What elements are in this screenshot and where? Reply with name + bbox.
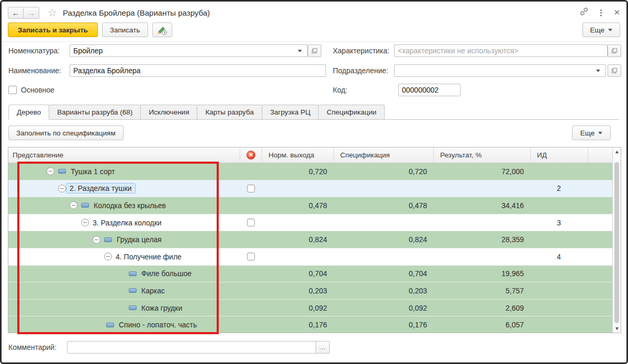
item-icon xyxy=(81,203,89,208)
comment-ellipsis-button[interactable]: ... xyxy=(316,341,330,354)
save-and-close-button[interactable]: Записать и закрыть xyxy=(8,22,98,37)
specification-cell: 0,824 xyxy=(333,231,433,248)
exclude-cell xyxy=(240,266,262,282)
post-pencil-clock-button[interactable] xyxy=(152,22,172,37)
more-button-top[interactable]: Еще xyxy=(582,22,620,37)
favorite-star-icon[interactable]: ☆ xyxy=(48,7,57,18)
scrollbar-thumb[interactable] xyxy=(614,162,619,323)
specification-cell: 0,203 xyxy=(333,282,433,299)
filler-cell xyxy=(588,163,612,180)
result-cell: 19,965 xyxy=(433,266,530,282)
command-bar: Записать и закрыть Записать Еще xyxy=(8,22,620,37)
close-icon[interactable]: ✕ xyxy=(613,8,620,17)
norm-cell xyxy=(262,180,333,197)
exclude-cell[interactable] xyxy=(240,180,262,197)
table-row[interactable]: 3. Разделка колодки3 xyxy=(8,214,612,232)
department-dropdown-icon[interactable] xyxy=(596,70,600,72)
tab-strip: ДеревоВарианты разруба (68)ИсключенияКар… xyxy=(8,105,619,120)
norm-cell: 0,203 xyxy=(262,282,333,299)
id-cell: 3 xyxy=(530,214,588,231)
table-header-row: Представление ✕ Норм. выхода Спецификаци… xyxy=(8,147,612,163)
table-row[interactable]: Грудка целая0,8240,82428,359 xyxy=(8,231,612,248)
nav-group: ← → xyxy=(8,7,39,19)
scroll-down-arrow[interactable] xyxy=(613,324,621,333)
filler-cell xyxy=(588,282,612,299)
collapse-icon[interactable] xyxy=(93,236,100,244)
name-label: Наименование: xyxy=(8,64,61,77)
exclude-checkbox[interactable] xyxy=(247,253,255,260)
department-input[interactable] xyxy=(394,64,606,77)
table-row[interactable]: Колодка без крыльев0,4780,47834,416 xyxy=(8,197,612,214)
id-cell xyxy=(530,300,588,316)
tab-item[interactable]: Загрузка РЦ xyxy=(262,105,319,119)
row-label: Колодка без крыльев xyxy=(94,201,166,210)
tab-item[interactable]: Варианты разруба (68) xyxy=(49,105,141,119)
tab-active[interactable]: Дерево xyxy=(8,105,49,120)
exclude-checkbox[interactable] xyxy=(247,185,255,192)
department-open-button[interactable] xyxy=(608,64,621,77)
more-button-table[interactable]: Еще xyxy=(572,126,611,140)
table-row[interactable]: Тушка 1 сорт0,7200,72072,000 xyxy=(8,163,612,180)
fill-by-specifications-button[interactable]: Заполнить по спецификациям xyxy=(8,126,124,140)
table-row[interactable]: Филе большое0,7040,70419,965 xyxy=(8,266,612,283)
item-icon xyxy=(104,237,112,242)
collapse-icon[interactable] xyxy=(58,185,66,192)
norm-cell: 0,704 xyxy=(262,266,333,282)
column-header-norm[interactable]: Норм. выхода xyxy=(262,147,333,163)
column-header-result[interactable]: Результат, % xyxy=(433,147,530,163)
menu-kebab-icon[interactable] xyxy=(599,8,603,17)
exclude-cell[interactable] xyxy=(240,214,262,231)
table-row[interactable]: Спино - лопаточ. часть0,1760,1766,057 xyxy=(8,316,612,333)
column-header-id[interactable]: ИД xyxy=(530,147,588,163)
id-cell: 4 xyxy=(530,248,588,265)
name-input[interactable] xyxy=(70,64,326,77)
chevron-down-icon xyxy=(598,132,602,134)
nomenclature-dropdown-icon[interactable] xyxy=(298,50,302,52)
nomenclature-open-button[interactable] xyxy=(308,44,321,57)
column-header-exclude[interactable]: ✕ xyxy=(240,147,262,163)
table-row[interactable]: Каркас0,2030,2035,757 xyxy=(8,282,612,300)
norm-cell: 0,478 xyxy=(262,197,333,214)
scroll-up-arrow[interactable] xyxy=(613,147,621,156)
id-cell xyxy=(530,316,588,333)
code-input[interactable] xyxy=(398,84,461,96)
table-row[interactable]: Кожа грудки0,0920,0922,609 xyxy=(8,300,612,317)
tab-item[interactable]: Спецификации xyxy=(318,105,385,119)
table-row[interactable]: 2. Разделка тушки2 xyxy=(8,180,612,198)
collapse-icon[interactable] xyxy=(47,167,54,175)
open-icon xyxy=(611,47,618,54)
filler-cell xyxy=(588,197,612,214)
vertical-scrollbar[interactable] xyxy=(612,147,621,333)
result-cell: 2,609 xyxy=(433,300,530,316)
row-label: Тушка 1 сорт xyxy=(71,167,115,176)
table-row[interactable]: 4. Получение филе4 xyxy=(8,248,612,266)
column-header-specification[interactable]: Спецификация xyxy=(333,147,433,163)
open-icon xyxy=(311,47,318,54)
characteristic-open-button[interactable] xyxy=(608,44,621,57)
exclude-cell xyxy=(240,163,262,180)
collapse-icon[interactable] xyxy=(104,253,112,260)
result-cell xyxy=(433,248,530,265)
comment-input[interactable] xyxy=(67,341,316,354)
collapse-icon[interactable] xyxy=(81,219,89,226)
chevron-down-icon xyxy=(608,29,612,31)
exclude-cell[interactable] xyxy=(240,248,262,265)
tab-item[interactable]: Карты разруба xyxy=(197,105,262,119)
exclude-checkbox[interactable] xyxy=(247,219,255,226)
window-title: Разделка Бройлера (Варианты разруба) xyxy=(63,8,210,17)
column-header-presentation[interactable]: Представление xyxy=(8,147,240,163)
tab-item[interactable]: Исключения xyxy=(140,105,197,119)
filler-cell xyxy=(588,231,612,248)
main-checkbox[interactable] xyxy=(8,86,17,94)
filler-cell xyxy=(588,316,612,333)
filler-cell xyxy=(588,214,612,231)
save-button[interactable]: Записать xyxy=(102,22,148,37)
characteristic-input[interactable] xyxy=(394,44,608,57)
link-icon[interactable] xyxy=(579,7,589,18)
cut-tree-table: Представление ✕ Норм. выхода Спецификаци… xyxy=(8,147,621,333)
nomenclature-input[interactable] xyxy=(70,44,308,57)
result-cell: 72,000 xyxy=(433,163,530,180)
forward-button[interactable]: → xyxy=(24,7,39,19)
collapse-icon[interactable] xyxy=(70,201,77,209)
back-button[interactable]: ← xyxy=(8,7,24,19)
